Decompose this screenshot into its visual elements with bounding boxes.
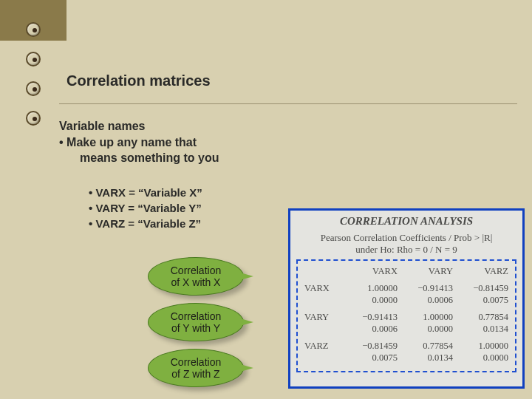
cell: 0.77854 <box>457 310 512 324</box>
cell: 0.0006 <box>401 295 457 310</box>
callout-xx: Correlation of X with X <box>148 257 244 296</box>
cell: 0.0134 <box>457 324 512 339</box>
cell: 0.0000 <box>457 352 512 368</box>
callout-zz: Correlation of Z with Z <box>148 349 244 387</box>
callout-group: Correlation of X with X Correlation of Y… <box>148 257 244 395</box>
correlation-matrix-box: VARX VARY VARZ VARX 1.00000 −0.91413 −0.… <box>296 259 516 372</box>
row-name: VARY <box>301 310 346 324</box>
callout-yy: Correlation of Y with Y <box>148 303 244 341</box>
callout-text: of X with X <box>171 276 221 288</box>
cell: −0.91413 <box>346 310 401 324</box>
row-name: VARX <box>301 282 346 295</box>
var-line: • VARY = “Variable Y” <box>89 200 202 216</box>
table-header-row: VARX VARY VARZ <box>301 265 512 282</box>
var-definitions: • VARX = “Variable X” • VARY = “Variable… <box>89 185 202 231</box>
page-title: Correlation matrices <box>66 72 211 89</box>
title-divider <box>59 103 517 104</box>
section-heading: Variable names <box>59 118 219 134</box>
analysis-sub-line1: Pearson Correlation Coefficients / Prob … <box>321 232 493 243</box>
section-bullet-line2: means something to you <box>59 150 219 166</box>
table-row-pval: 0.0000 0.0006 0.0075 <box>301 295 512 310</box>
cell: 0.0134 <box>401 352 457 368</box>
callout-text: Correlation <box>171 265 221 276</box>
cell: 0.0000 <box>346 295 401 310</box>
table-row: VARZ −0.81459 0.77854 1.00000 <box>301 339 512 352</box>
table-row-pval: 0.0075 0.0134 0.0000 <box>301 352 512 368</box>
cell: −0.91413 <box>401 282 457 295</box>
callout-text: of Z with Z <box>171 368 219 380</box>
cell: 0.0075 <box>346 352 401 368</box>
cell: −0.81459 <box>457 282 512 295</box>
col-vary: VARY <box>401 265 457 282</box>
ring-icon <box>26 52 41 66</box>
cell: 1.00000 <box>457 339 512 352</box>
var-line: • VARZ = “Variable Z” <box>89 216 202 231</box>
callout-text: Correlation <box>171 310 221 322</box>
table-row: VARY −0.91413 1.00000 0.77854 <box>301 310 512 324</box>
col-varz: VARZ <box>457 265 512 282</box>
cell: 1.00000 <box>401 310 457 324</box>
section-bullet-line1: • Make up any name that <box>59 134 219 151</box>
callout-text: of Y with Y <box>171 322 220 334</box>
section-text: Variable names • Make up any name that m… <box>59 118 219 166</box>
col-varx: VARX <box>346 265 401 282</box>
analysis-sub-line2: under Ho: Rho = 0 / N = 9 <box>355 244 457 255</box>
cell: −0.81459 <box>346 339 401 352</box>
table-row-pval: 0.0006 0.0000 0.0134 <box>301 324 512 339</box>
cell: 0.0075 <box>457 295 512 310</box>
binding-rings <box>26 22 41 140</box>
row-name: VARZ <box>301 339 346 352</box>
var-line: • VARX = “Variable X” <box>89 185 202 200</box>
correlation-analysis-panel: CORRELATION ANALYSIS Pearson Correlation… <box>288 208 525 389</box>
callout-text: Correlation <box>171 356 221 368</box>
cell: 0.0000 <box>401 324 457 339</box>
ring-icon <box>26 22 41 37</box>
table-row: VARX 1.00000 −0.91413 −0.81459 <box>301 282 512 295</box>
ring-icon <box>26 111 41 126</box>
correlation-table: VARX VARY VARZ VARX 1.00000 −0.91413 −0.… <box>301 265 512 368</box>
ring-icon <box>26 81 41 96</box>
analysis-subheading: Pearson Correlation Coefficients / Prob … <box>296 232 516 255</box>
cell: 1.00000 <box>346 282 401 295</box>
analysis-heading: CORRELATION ANALYSIS <box>296 215 516 228</box>
cell: 0.77854 <box>401 339 457 352</box>
cell: 0.0006 <box>346 324 401 339</box>
